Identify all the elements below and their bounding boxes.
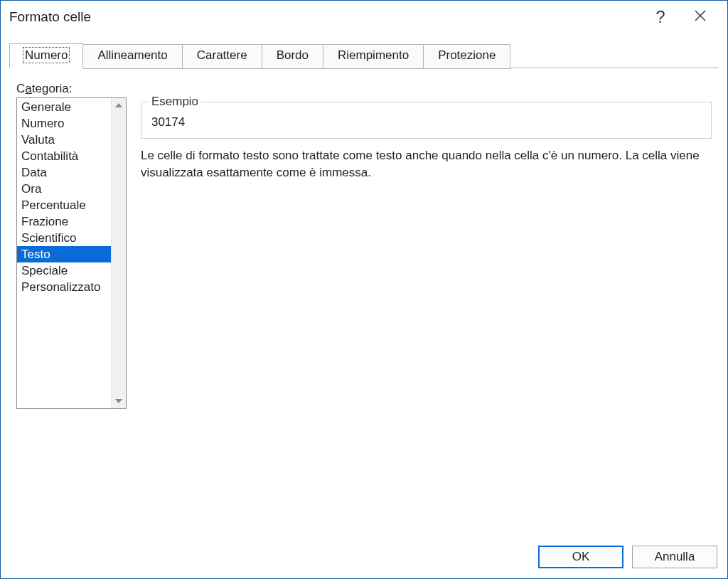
chevron-up-icon bbox=[115, 103, 122, 107]
tab-label: Protezione bbox=[438, 48, 496, 62]
category-item[interactable]: Scientifico bbox=[17, 230, 111, 246]
category-item[interactable]: Data bbox=[17, 164, 111, 181]
format-description: Le celle di formato testo sono trattate … bbox=[141, 147, 712, 181]
dialog-body: Categoria: GeneraleNumeroValutaContabili… bbox=[9, 72, 719, 536]
sample-legend: Esempio bbox=[149, 95, 201, 109]
format-cells-dialog: Formato celle ? NumeroAllineamentoCaratt… bbox=[0, 0, 728, 579]
tab-label: Riempimento bbox=[338, 48, 409, 62]
category-item[interactable]: Valuta bbox=[17, 132, 111, 148]
sample-value: 30174 bbox=[141, 102, 711, 138]
category-item[interactable]: Testo bbox=[17, 246, 111, 262]
category-label: Categoria: bbox=[16, 82, 719, 96]
scrollbar-track[interactable] bbox=[112, 112, 126, 394]
tab-bordo[interactable]: Bordo bbox=[262, 44, 323, 69]
help-button[interactable]: ? bbox=[641, 1, 680, 33]
category-item[interactable]: Personalizzato bbox=[17, 279, 111, 295]
category-item[interactable]: Frazione bbox=[17, 213, 111, 230]
close-icon bbox=[694, 9, 707, 26]
help-icon: ? bbox=[655, 9, 665, 26]
tab-riempimento[interactable]: Riempimento bbox=[323, 44, 424, 69]
ok-button[interactable]: OK bbox=[538, 546, 623, 568]
scroll-down-button[interactable] bbox=[112, 394, 126, 408]
tab-numero[interactable]: Numero bbox=[9, 43, 83, 68]
cancel-button[interactable]: Annulla bbox=[632, 546, 717, 568]
category-item[interactable]: Contabilità bbox=[17, 148, 111, 164]
tab-label: Allineamento bbox=[97, 48, 167, 62]
tab-allineamento[interactable]: Allineamento bbox=[83, 44, 182, 69]
sample-groupbox: Esempio 30174 bbox=[141, 102, 712, 139]
category-item[interactable]: Ora bbox=[17, 181, 111, 197]
category-item[interactable]: Numero bbox=[17, 115, 111, 132]
tab-protezione[interactable]: Protezione bbox=[424, 44, 510, 69]
tab-label: Carattere bbox=[197, 48, 247, 62]
listbox-scrollbar[interactable] bbox=[111, 98, 126, 408]
tab-carattere[interactable]: Carattere bbox=[183, 44, 262, 69]
category-listbox[interactable]: GeneraleNumeroValutaContabilitàDataOraPe… bbox=[16, 97, 127, 409]
tab-label: Bordo bbox=[277, 48, 309, 62]
category-item[interactable]: Speciale bbox=[17, 262, 111, 279]
category-item[interactable]: Generale bbox=[17, 99, 111, 115]
chevron-down-icon bbox=[115, 399, 122, 403]
window-title: Formato celle bbox=[9, 9, 91, 25]
dialog-footer: OK Annulla bbox=[538, 546, 717, 568]
scroll-up-button[interactable] bbox=[112, 98, 126, 112]
titlebar: Formato celle ? bbox=[1, 1, 727, 33]
close-button[interactable] bbox=[680, 1, 720, 33]
tab-strip: NumeroAllineamentoCarattereBordoRiempime… bbox=[9, 43, 719, 68]
tab-label: Numero bbox=[24, 48, 68, 62]
category-item[interactable]: Percentuale bbox=[17, 197, 111, 213]
